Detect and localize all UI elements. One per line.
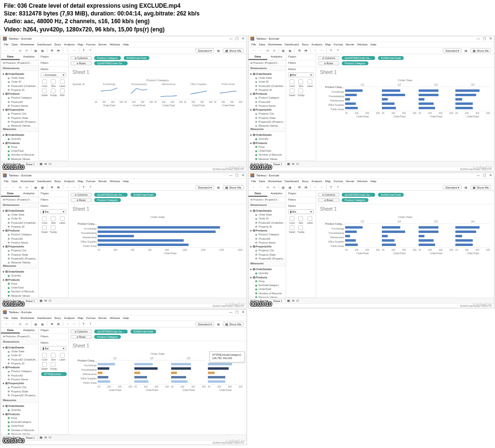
- field-item[interactable]: Property State: [3, 253, 38, 257]
- show-me-button[interactable]: ▦ Show Me: [223, 322, 244, 326]
- menu-server[interactable]: Server: [98, 317, 107, 319]
- field-item[interactable]: PropertyID (Property…: [250, 257, 286, 260]
- datasource-item[interactable]: ⊞ Products+ (PropertyOr…: [1, 60, 38, 66]
- mark-detail-button[interactable]: Detail: [41, 225, 48, 233]
- toolbar-icon[interactable]: ⇆: [297, 48, 302, 53]
- toolbar-icon[interactable]: ▦: [281, 48, 286, 53]
- menu-dashboard[interactable]: Dashboard: [37, 317, 51, 319]
- toolbar-icon[interactable]: ↕: [65, 48, 70, 53]
- fit-dropdown[interactable]: Standard ▾: [195, 48, 214, 53]
- field-item[interactable]: OrderTotal: [3, 424, 38, 428]
- menu-file[interactable]: File: [251, 180, 256, 183]
- bar[interactable]: [455, 89, 480, 92]
- maximize-button[interactable]: ▢: [483, 37, 486, 41]
- mark-size-button[interactable]: Size: [297, 216, 305, 224]
- bar[interactable]: [345, 94, 357, 96]
- new-dashboard-icon[interactable]: ⊞: [292, 162, 294, 165]
- field-item[interactable]: Quantity: [250, 137, 286, 141]
- mark-color-button[interactable]: Color: [288, 79, 296, 87]
- menu-story[interactable]: Story: [302, 180, 308, 183]
- shelf-pill[interactable]: Product Category: [94, 335, 121, 339]
- field-item[interactable]: ProductID (OrderDet…: [3, 84, 38, 88]
- shelf-pill[interactable]: SUM(OrderTotal): [378, 193, 404, 197]
- field-item[interactable]: Price: [250, 145, 286, 149]
- toolbar-icon[interactable]: ↕: [313, 48, 318, 53]
- field-item[interactable]: ProductID: [3, 100, 38, 104]
- bar[interactable]: [455, 235, 462, 237]
- toolbar-icon[interactable]: →: [11, 185, 15, 189]
- menu-window[interactable]: Window: [110, 180, 120, 183]
- tab-analytics[interactable]: Analytics: [267, 191, 286, 197]
- menu-window[interactable]: Window: [357, 43, 367, 46]
- show-me-button[interactable]: ▦ Show Me: [470, 48, 491, 53]
- field-item[interactable]: Order ID: [250, 217, 286, 220]
- field-item[interactable]: ProductID: [3, 374, 38, 377]
- menu-dashboard[interactable]: Dashboard: [285, 180, 299, 183]
- toolbar-icon[interactable]: ¶: [329, 185, 334, 189]
- field-item[interactable]: Property City: [250, 248, 286, 252]
- maximize-button[interactable]: ▢: [483, 173, 486, 177]
- new-story-icon[interactable]: ⊡: [49, 436, 51, 439]
- present-icon[interactable]: ▦: [216, 48, 221, 53]
- toolbar-icon[interactable]: T: [88, 185, 93, 189]
- bar[interactable]: [419, 102, 434, 105]
- toolbar-icon[interactable]: ⇆: [49, 185, 54, 189]
- toolbar-icon[interactable]: ←: [4, 185, 9, 189]
- fit-dropdown[interactable]: Standard ▾: [195, 322, 214, 326]
- datasource-item[interactable]: ⊞ Products+ (PropertyOr…: [1, 197, 38, 202]
- menu-map[interactable]: Map: [78, 180, 84, 183]
- menu-server[interactable]: Server: [98, 180, 107, 183]
- toolbar-icon[interactable]: ⬒: [56, 321, 61, 326]
- field-item[interactable]: Product Category: [3, 369, 38, 373]
- field-item[interactable]: PropertyID (Property…: [250, 120, 286, 124]
- menu-data[interactable]: Data: [259, 43, 265, 46]
- field-item[interactable]: Price: [3, 416, 38, 420]
- bar[interactable]: [382, 94, 405, 96]
- datasource-item[interactable]: ⊞ Products+ (PropertyOr…: [248, 60, 286, 66]
- toolbar-icon[interactable]: ⟳: [24, 185, 29, 189]
- toolbar-icon[interactable]: ⟲: [17, 185, 22, 189]
- toolbar-icon[interactable]: ↕: [65, 321, 70, 326]
- menu-server[interactable]: Server: [98, 43, 107, 46]
- tab-analytics[interactable]: Analytics: [267, 54, 286, 60]
- bar[interactable]: [208, 380, 225, 383]
- field-item[interactable]: Property City: [3, 248, 38, 252]
- menu-file[interactable]: File: [251, 43, 256, 46]
- toolbar-icon[interactable]: ←: [4, 48, 9, 53]
- field-item[interactable]: Price: [3, 282, 38, 286]
- menu-story[interactable]: Story: [302, 43, 308, 46]
- menu-server[interactable]: Server: [346, 180, 354, 183]
- bar[interactable]: [134, 376, 147, 378]
- bar[interactable]: [171, 380, 188, 383]
- toolbar-icon[interactable]: ⇆: [49, 48, 54, 53]
- bar[interactable]: [98, 235, 134, 237]
- field-item[interactable]: Quantity: [250, 271, 286, 275]
- shelf-pill[interactable]: QUARTER(Order Da…: [94, 193, 128, 197]
- menu-story[interactable]: Story: [54, 317, 61, 319]
- fit-dropdown[interactable]: Standard ▾: [443, 185, 462, 189]
- datasource-item[interactable]: ⊞ Products+ (PropertyOr…: [248, 197, 286, 202]
- bar[interactable]: [98, 372, 102, 374]
- mark-color-button[interactable]: Color: [41, 353, 48, 361]
- close-button[interactable]: ✕: [489, 37, 492, 41]
- close-button[interactable]: ✕: [242, 310, 245, 314]
- field-item[interactable]: Property City: [3, 112, 38, 116]
- field-item[interactable]: Property State: [3, 390, 38, 393]
- maximize-button[interactable]: ▢: [235, 37, 239, 41]
- bar[interactable]: [134, 380, 148, 383]
- toolbar-icon[interactable]: ⟳: [24, 321, 29, 326]
- toolbar-icon[interactable]: ▦: [288, 185, 292, 189]
- mark-size-button[interactable]: Size: [49, 79, 57, 87]
- bar[interactable]: [208, 363, 232, 365]
- menu-worksheet[interactable]: Worksheet: [268, 43, 282, 46]
- shelf-pill[interactable]: SUM(OrderTotal): [378, 56, 404, 60]
- bar[interactable]: [345, 98, 350, 101]
- toolbar-icon[interactable]: ▦: [40, 48, 45, 53]
- bar[interactable]: [455, 102, 473, 105]
- field-item[interactable]: Number of Records: [3, 428, 38, 432]
- mark-path-button[interactable]: Path: [58, 88, 66, 97]
- bar[interactable]: [382, 98, 388, 101]
- maximize-button[interactable]: ▢: [235, 173, 239, 177]
- mark-size-button[interactable]: Size: [49, 353, 57, 361]
- field-item[interactable]: OrderTotal: [3, 286, 38, 289]
